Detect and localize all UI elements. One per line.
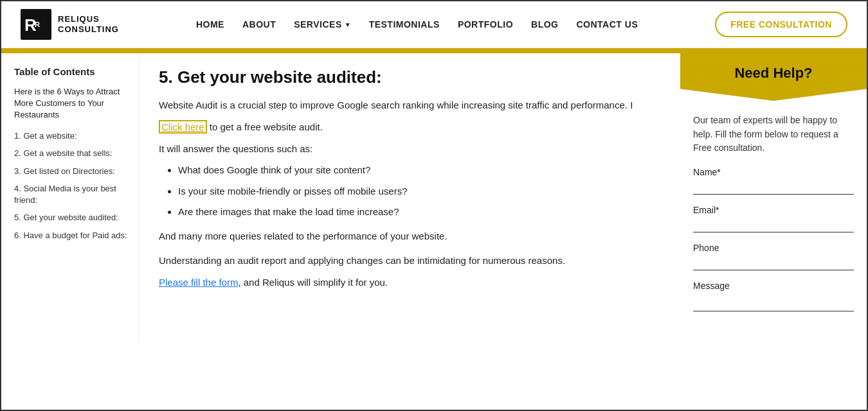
logo-line1: RELIQUS — [58, 14, 119, 24]
toc-item-2[interactable]: 2. Get a website that sells: — [14, 148, 129, 159]
nav-portfolio[interactable]: PORTFOLIO — [458, 19, 513, 30]
toc-item-3[interactable]: 3. Get listed on Directories: — [14, 166, 129, 177]
bullet-item-3: Are there images that make the load time… — [178, 205, 661, 220]
section-title: 5. Get your website audited: — [159, 67, 661, 87]
toc-item-1[interactable]: 1. Get a website: — [14, 130, 129, 142]
need-help-box: Need Help? Our team of experts will be h… — [680, 53, 867, 330]
free-consultation-button[interactable]: FREE CONSULTATION — [715, 12, 847, 37]
phone-input[interactable] — [693, 256, 854, 270]
nav-blog[interactable]: BLOG — [531, 19, 558, 30]
sidebar: Table of Contents Here is the 6 Ways to … — [1, 53, 140, 343]
phone-label: Phone — [693, 243, 854, 253]
nav-about[interactable]: ABOUT — [242, 19, 276, 30]
nav-testimonials[interactable]: TESTIMONIALS — [369, 19, 440, 30]
main-nav: HOME ABOUT SERVICES ▼ TESTIMONIALS PORTF… — [196, 19, 638, 30]
click-here-paragraph: Click here to get a free website audit. — [159, 119, 661, 135]
chevron-down-icon: ▼ — [345, 21, 351, 28]
bullet-list: What does Google think of your site cont… — [159, 163, 661, 220]
email-field-group: Email* — [693, 205, 854, 232]
name-field-group: Name* — [693, 167, 854, 195]
toc-item-5[interactable]: 5. Get your website audited: — [14, 212, 129, 223]
toc-intro: Here is the 6 Ways to Attract More Custo… — [14, 86, 129, 121]
logo: R R RELIQUS CONSULTING — [21, 9, 119, 40]
toc-item-6[interactable]: 6. Have a budget for Paid ads: — [14, 230, 129, 241]
logo-text: RELIQUS CONSULTING — [58, 14, 119, 34]
need-help-description: Our team of experts will be happy to hel… — [693, 114, 854, 155]
nav-home[interactable]: HOME — [196, 19, 224, 30]
understanding-text: Understanding an audit report and applyi… — [159, 253, 661, 268]
email-input[interactable] — [693, 218, 854, 232]
message-input[interactable] — [693, 293, 854, 311]
bullet-item-2: Is your site mobile-friendly or pisses o… — [178, 184, 661, 199]
gold-bar — [1, 48, 867, 53]
click-here-link[interactable]: Click here — [159, 120, 207, 134]
svg-text:R: R — [35, 21, 40, 28]
need-help-body: Our team of experts will be happy to hel… — [680, 107, 867, 330]
logo-line2: CONSULTING — [58, 24, 119, 35]
many-more-text: And many more queries related to the per… — [159, 229, 661, 244]
right-panel: Need Help? Our team of experts will be h… — [680, 53, 867, 343]
header: R R RELIQUS CONSULTING HOME ABOUT SERVIC… — [1, 1, 867, 48]
main-content: 5. Get your website audited: Website Aud… — [140, 53, 680, 343]
logo-icon: R R — [21, 9, 51, 40]
message-label: Message — [693, 281, 854, 291]
bullet-item-1: What does Google think of your site cont… — [178, 163, 661, 178]
phone-field-group: Phone — [693, 243, 854, 270]
toc-item-4[interactable]: 4. Social Media is your best friend: — [14, 183, 129, 206]
need-help-title: Need Help? — [693, 65, 854, 82]
please-link[interactable]: Please — [159, 277, 188, 288]
toc-list: 1. Get a website: 2. Get a website that … — [14, 130, 129, 241]
it-will-text: It will answer the questions such as: — [159, 141, 661, 157]
nav-services[interactable]: SERVICES ▼ — [294, 19, 350, 30]
main-layout: Table of Contents Here is the 6 Ways to … — [1, 53, 867, 343]
message-field-group: Message — [693, 281, 854, 313]
need-help-header: Need Help? — [680, 53, 867, 101]
name-label: Name* — [693, 167, 854, 177]
please-paragraph: Please fill the form, and Reliqus will s… — [159, 275, 661, 290]
please-suffix: , and Reliqus will simplify it for you. — [238, 277, 388, 288]
fill-form-link[interactable]: fill the form — [188, 277, 239, 288]
intro-paragraph: Website Audit is a crucial step to impro… — [159, 98, 661, 113]
email-label: Email* — [693, 205, 854, 215]
nav-contact[interactable]: CONTACT US — [577, 19, 638, 30]
toc-title: Table of Contents — [14, 66, 129, 77]
click-here-suffix: to get a free website audit. — [207, 121, 323, 132]
name-input[interactable] — [693, 180, 854, 195]
